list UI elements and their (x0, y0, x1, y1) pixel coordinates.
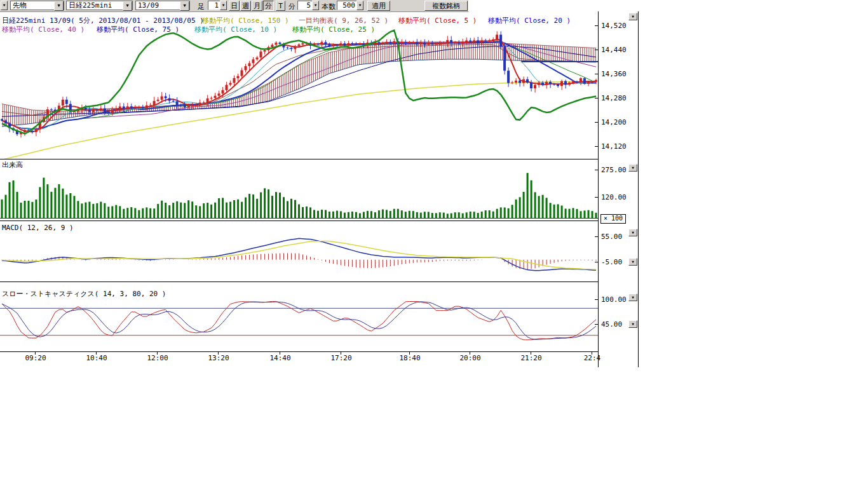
chevron-down-icon: ▼ (632, 230, 634, 234)
macd-panel-dropdown[interactable]: ▼ (628, 229, 637, 236)
period-day-button[interactable]: 日 (229, 1, 240, 11)
chevron-down-icon: ▼ (359, 3, 362, 7)
time-axis-label: 17:20 (330, 354, 353, 362)
axis-tick (595, 122, 598, 123)
macd-stoch-divider (0, 281, 598, 282)
x-axis-baseline (0, 351, 598, 352)
legend-ma25: 移動平均( Close, 25 ) (292, 25, 375, 34)
macd-axis-label: 55.00 (601, 233, 628, 241)
time-tick (218, 352, 219, 355)
time-tick (35, 352, 36, 355)
bar-count-label: 本数 (322, 2, 336, 11)
price-axis-label: 14,120 (601, 142, 628, 151)
period-month-button[interactable]: 月 (252, 1, 262, 11)
time-axis-label: 12:00 (146, 354, 169, 362)
stoch-axis-label: 100.00 (601, 295, 628, 304)
chart-title: 日経225mini 13/09( 5分, 2013/08/01 - 2013/0… (2, 16, 204, 25)
volume-macd-divider (0, 220, 598, 221)
chevron-down-icon[interactable]: ▼ (123, 1, 132, 11)
chevron-down-icon: ▼ (222, 3, 225, 7)
time-axis-label: 14:40 (269, 354, 292, 362)
axis-tick (595, 50, 598, 50)
volume-axis-label: 275.00 (601, 166, 628, 174)
price-axis-label: 14,360 (601, 70, 628, 78)
legend-ichimoku: 一目均衡表( 9, 26, 52 ) (299, 16, 388, 25)
time-axis-label: 09:20 (24, 354, 47, 362)
chart-right-border (598, 11, 599, 367)
toolbar: ▼ 先物 ▼ 日経225mini ▼ 13/09 ▼ 足 ▼ 日 週 月 分 T… (0, 0, 468, 12)
time-axis-label: 13:20 (207, 354, 230, 362)
time-tick (409, 352, 410, 355)
axis-tick (595, 170, 598, 170)
legend-ma20: 移動平均( Close, 20 ) (488, 16, 571, 25)
chevron-down-icon[interactable]: ▼ (180, 1, 189, 11)
time-axis-label: 22:4 (581, 354, 604, 362)
time-axis-label: 20:00 (459, 354, 482, 362)
axis-tick (595, 74, 598, 74)
axis-tick (595, 146, 598, 147)
legend-ma75: 移動平均( Close, 75 ) (97, 25, 179, 34)
chevron-down-icon: ▼ (632, 259, 634, 264)
symbol-value: 日経225mini (69, 1, 112, 10)
bar-interval-input[interactable] (208, 1, 220, 10)
stoch-panel-dropdown[interactable]: ▼ (628, 294, 637, 301)
minute-interval-input[interactable] (297, 1, 313, 10)
price-axis-label: 14,280 (601, 94, 628, 102)
period-tick-button[interactable]: T (276, 1, 285, 11)
time-axis-label: 21:20 (520, 354, 543, 362)
stoch-panel-label: スロー・ストキャスティクス( 14, 3, 80, 20 ) (2, 289, 166, 299)
main-chart-canvas[interactable] (0, 11, 598, 369)
symbol-select[interactable]: 日経225mini ▼ (66, 1, 133, 10)
chevron-down-icon: ▼ (632, 165, 634, 170)
price-panel-dropdown[interactable]: ▼ (628, 13, 637, 20)
period-minute-button[interactable]: 分 (263, 1, 274, 11)
minute-unit-label: 分 (288, 2, 295, 11)
axis-tick (595, 299, 598, 300)
volume-panel-label: 出来高 (2, 160, 23, 170)
stoch-scale-dropdown[interactable]: ▼ (628, 320, 637, 328)
chevron-down-icon: ▼ (632, 322, 634, 326)
hidden-symbol-mini-dropdown[interactable]: ▼ (1, 1, 8, 10)
volume-panel-dropdown[interactable]: ▼ (628, 164, 637, 172)
time-tick (157, 352, 158, 355)
apply-button[interactable]: 適用 (367, 1, 390, 11)
macd-scale-dropdown[interactable]: ▼ (628, 258, 637, 266)
instrument-type-select[interactable]: 先物 ▼ (10, 1, 64, 10)
chevron-down-icon[interactable]: ▼ (54, 1, 64, 11)
volume-axis-label: 120.00 (601, 193, 628, 201)
price-axis-label: 14,520 (601, 22, 628, 30)
time-tick (341, 352, 341, 355)
bar-count-input[interactable] (337, 1, 357, 10)
period-week-button[interactable]: 週 (240, 1, 251, 11)
price-axis-label: 14,200 (601, 118, 628, 126)
time-tick (96, 352, 97, 355)
bar-count-dropdown[interactable]: ▼ (356, 1, 363, 10)
axis-tick (595, 262, 598, 262)
chevron-down-icon: ▼ (632, 14, 634, 18)
chevron-down-icon: ▼ (632, 295, 634, 299)
multi-symbol-button[interactable]: 複数銘柄 (424, 1, 468, 11)
minute-interval-dropdown[interactable]: ▼ (312, 1, 319, 10)
trading-chart-app: ▼ 先物 ▼ 日経225mini ▼ 13/09 ▼ 足 ▼ 日 週 月 分 T… (0, 0, 868, 488)
time-tick (531, 352, 531, 355)
contract-month-select[interactable]: 13/09 ▼ (135, 1, 190, 10)
legend-ma150: 移動平均( Close, 150 ) (202, 16, 289, 25)
bar-interval-dropdown[interactable]: ▼ (220, 1, 227, 10)
price-volume-divider (0, 159, 598, 159)
axis-tick (595, 98, 598, 98)
stoch-axis-label: 45.00 (601, 320, 628, 329)
axis-tick (595, 197, 598, 198)
instrument-type-value: 先物 (13, 1, 27, 10)
window-right-border (638, 11, 639, 367)
axis-tick (595, 324, 598, 325)
time-axis-label: 18:40 (398, 354, 421, 362)
time-tick (592, 352, 592, 355)
chevron-down-icon: ▼ (315, 3, 317, 7)
contract-month-value: 13/09 (138, 1, 159, 10)
legend-ma5: 移動平均( Close, 5 ) (398, 16, 477, 25)
macd-panel-label: MACD( 12, 26, 9 ) (2, 224, 74, 232)
price-axis-label: 14,440 (601, 46, 628, 54)
time-axis-label: 10:40 (85, 354, 108, 362)
bar-type-label: 足 (198, 2, 205, 11)
legend-ma10: 移動平均( Close, 10 ) (194, 25, 277, 34)
